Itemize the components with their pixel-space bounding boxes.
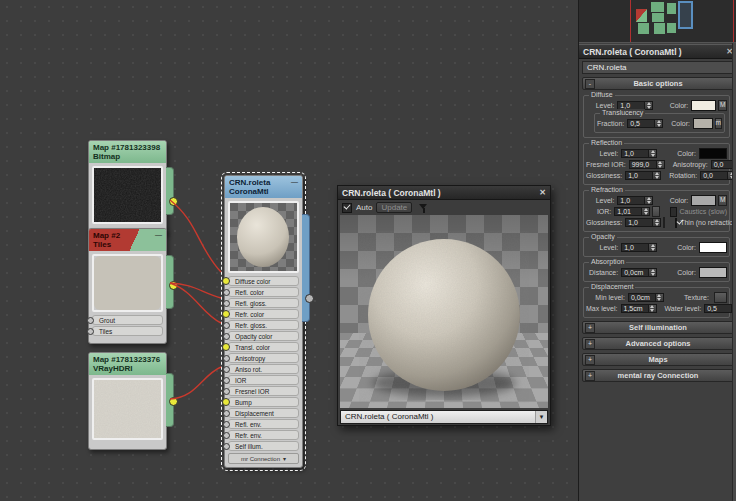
- material-input-slot[interactable]: Opacity color: [228, 331, 299, 341]
- diffuse-color-swatch[interactable]: [691, 100, 716, 111]
- material-input-slot[interactable]: Refl. gloss.: [228, 298, 299, 308]
- refraction-ior-spinner[interactable]: 1,01: [614, 207, 650, 216]
- filter-icon[interactable]: [419, 203, 428, 213]
- input-socket[interactable]: [87, 317, 94, 324]
- spinner-arrows-icon[interactable]: [645, 196, 653, 205]
- auto-checkbox[interactable]: [342, 203, 352, 213]
- expand-icon[interactable]: +: [585, 355, 595, 365]
- material-input-slot[interactable]: Aniso rot.: [228, 364, 299, 374]
- navigator-node[interactable]: [651, 2, 664, 12]
- material-input-slot[interactable]: Fresnel IOR: [228, 386, 299, 396]
- reflection-color-swatch[interactable]: [699, 148, 727, 159]
- material-input-slot[interactable]: Diffuse color: [228, 276, 299, 286]
- refraction-map-button[interactable]: M: [718, 195, 727, 206]
- material-input-slot[interactable]: Displacement: [228, 408, 299, 418]
- vrayhdri-node-header[interactable]: Map #1781323376 VRayHDRI: [89, 353, 166, 375]
- displacement-max-spinner[interactable]: 1,5cm: [621, 304, 657, 313]
- material-input-slot[interactable]: Refl. color: [228, 287, 299, 297]
- material-input-slot[interactable]: Anisotropy: [228, 353, 299, 363]
- fresnel-ior-spinner[interactable]: 999,0: [629, 160, 665, 169]
- spinner-arrows-icon[interactable]: [657, 160, 665, 169]
- spinner-arrows-icon[interactable]: [649, 268, 657, 277]
- input-socket[interactable]: [223, 410, 230, 417]
- absorption-color-swatch[interactable]: [699, 267, 727, 278]
- ior-map-button[interactable]: [652, 206, 659, 217]
- spinner-arrows-icon[interactable]: [642, 207, 650, 216]
- navigator-node[interactable]: [652, 13, 664, 22]
- input-socket[interactable]: [223, 388, 230, 395]
- translucency-fraction-spinner[interactable]: 0,5: [627, 119, 663, 128]
- absorption-distance-spinner[interactable]: 0,0cm: [621, 268, 657, 277]
- input-socket[interactable]: [222, 398, 230, 406]
- bitmap-output-socket[interactable]: [169, 197, 178, 206]
- displacement-texture-button[interactable]: [714, 292, 727, 303]
- expand-icon[interactable]: +: [585, 323, 595, 333]
- corona-output-socket[interactable]: [305, 294, 314, 303]
- expand-icon[interactable]: +: [585, 339, 595, 349]
- material-input-slot[interactable]: Refr. gloss.: [228, 320, 299, 330]
- wire-hdri-bump[interactable]: [170, 367, 221, 399]
- wire-tiles-transl-color[interactable]: [170, 283, 221, 323]
- input-socket[interactable]: [222, 277, 230, 285]
- translucency-color-swatch[interactable]: [693, 118, 713, 129]
- refraction-glossiness-map-button[interactable]: [663, 217, 665, 228]
- material-input-slot[interactable]: Refl. env.: [228, 419, 299, 429]
- spinner-arrows-icon[interactable]: [649, 243, 657, 252]
- material-input-slot[interactable]: Self illum.: [228, 441, 299, 451]
- chevron-down-icon[interactable]: ▾: [535, 411, 547, 423]
- input-socket[interactable]: [223, 421, 230, 428]
- navigator-node[interactable]: [654, 23, 665, 34]
- spinner-arrows-icon[interactable]: [653, 218, 661, 227]
- corona-output-tab[interactable]: [302, 214, 310, 322]
- refraction-level-spinner[interactable]: 1,0: [617, 196, 653, 205]
- input-socket[interactable]: [223, 289, 230, 296]
- preview-titlebar[interactable]: CRN.roleta ( CoronaMtl ) ✕: [338, 186, 550, 200]
- panel-titlebar[interactable]: CRN.roleta ( CoronaMtl ) ✕: [579, 44, 736, 59]
- reflection-glossiness-spinner[interactable]: 1,0: [625, 171, 661, 180]
- navigator-node[interactable]: [667, 3, 676, 14]
- vrayhdri-output-socket[interactable]: [169, 397, 178, 406]
- corona-thumbnail[interactable]: [228, 201, 299, 273]
- refraction-color-swatch[interactable]: [691, 195, 716, 206]
- bitmap-node-header[interactable]: Map #1781323398 Bitmap: [89, 141, 166, 163]
- rollout-header[interactable]: + Advanced options: [582, 337, 734, 350]
- input-socket[interactable]: [222, 310, 230, 318]
- navigator-preview-window[interactable]: [678, 1, 693, 29]
- diffuse-map-button[interactable]: M: [718, 100, 727, 111]
- material-preview-window[interactable]: CRN.roleta ( CoronaMtl ) ✕ Auto Update C…: [337, 185, 551, 426]
- material-name-input[interactable]: CRN.roleta: [582, 61, 734, 74]
- panel-scrollbar[interactable]: [732, 43, 736, 501]
- tiles-input-slot[interactable]: Tiles: [92, 326, 163, 336]
- material-input-slot[interactable]: Bump: [228, 397, 299, 407]
- input-socket[interactable]: [223, 366, 230, 373]
- tiles-node-header[interactable]: — Map #2 Tiles: [89, 229, 166, 251]
- input-socket[interactable]: [223, 355, 230, 362]
- material-input-slot[interactable]: Transl. color: [228, 342, 299, 352]
- rollout-header[interactable]: + Self illumination: [582, 321, 734, 334]
- node-bitmap[interactable]: Map #1781323398 Bitmap: [88, 140, 167, 234]
- caustics-checkbox[interactable]: [670, 207, 677, 217]
- tiles-output-socket[interactable]: [169, 281, 178, 290]
- expand-icon[interactable]: +: [585, 371, 595, 381]
- tiles-input-slot[interactable]: Grout: [92, 315, 163, 325]
- material-input-slot[interactable]: Refr. color: [228, 309, 299, 319]
- input-socket[interactable]: [87, 328, 94, 335]
- translucency-map-button[interactable]: m: [715, 118, 722, 129]
- refraction-glossiness-spinner[interactable]: 1,0: [625, 218, 661, 227]
- navigator-panel[interactable]: [579, 0, 736, 43]
- input-socket[interactable]: [223, 432, 230, 439]
- opacity-color-swatch[interactable]: [699, 242, 727, 253]
- input-socket[interactable]: [223, 333, 230, 340]
- navigator-node[interactable]: [638, 23, 649, 34]
- material-selector-dropdown[interactable]: CRN.roleta ( CoronaMtl ) ▾: [340, 410, 548, 424]
- displacement-min-spinner[interactable]: 0,0cm: [628, 293, 664, 302]
- input-socket[interactable]: [223, 300, 230, 307]
- rollout-header[interactable]: + mental ray Connection: [582, 369, 734, 382]
- opacity-level-spinner[interactable]: 1,0: [621, 243, 657, 252]
- node-vrayhdri[interactable]: Map #1781323376 VRayHDRI: [88, 352, 167, 450]
- update-button[interactable]: Update: [376, 202, 412, 213]
- collapse-icon[interactable]: -: [585, 79, 595, 89]
- input-socket[interactable]: [222, 343, 230, 351]
- spinner-arrows-icon[interactable]: [655, 119, 663, 128]
- material-input-slot[interactable]: Refr. env.: [228, 430, 299, 440]
